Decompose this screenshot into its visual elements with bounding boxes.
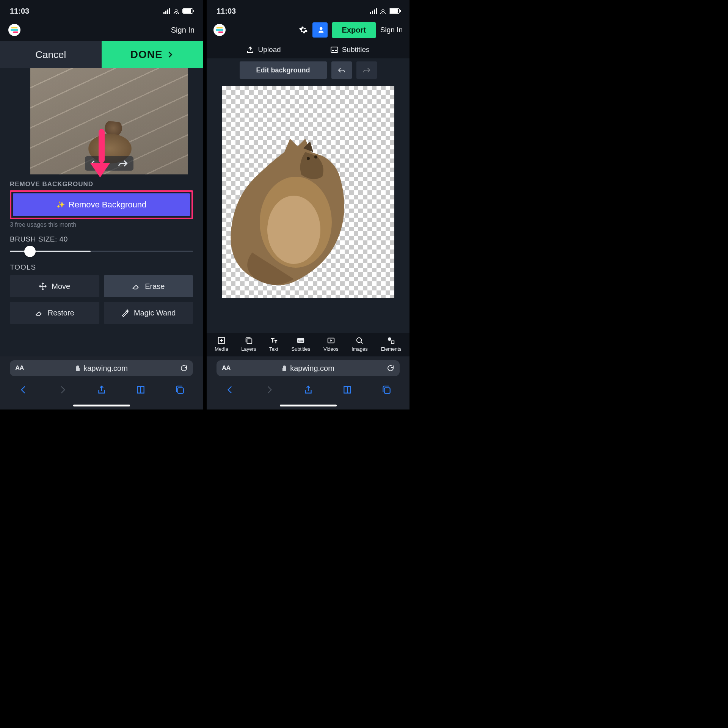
battery-icon xyxy=(182,8,193,14)
export-button[interactable]: Export xyxy=(332,22,376,38)
tab-media[interactable]: Media xyxy=(215,336,228,352)
text-size-button[interactable]: AA xyxy=(222,364,231,372)
upload-tab[interactable]: Upload xyxy=(246,46,281,54)
redo-button xyxy=(356,61,377,79)
svg-point-1 xyxy=(320,27,322,30)
remove-bg-heading: REMOVE BACKGROUND xyxy=(10,180,193,188)
text-icon xyxy=(270,336,278,345)
bookmarks-button[interactable] xyxy=(136,385,146,396)
subtitles-tab[interactable]: Subtitles xyxy=(331,46,370,54)
chevron-right-icon xyxy=(166,51,174,58)
tabs-button[interactable] xyxy=(381,385,391,396)
magic-wand-icon xyxy=(121,309,129,317)
safari-url-bar: AA kapwing.com xyxy=(0,356,203,380)
tab-layers[interactable]: Layers xyxy=(241,336,256,352)
forward-button xyxy=(264,385,274,396)
safari-toolbar xyxy=(0,380,203,401)
layers-icon xyxy=(245,336,253,345)
canvas-preview[interactable] xyxy=(222,86,394,298)
tab-elements[interactable]: Elements xyxy=(381,336,401,352)
url-domain: kapwing.com xyxy=(290,364,334,373)
url-field[interactable]: AA kapwing.com xyxy=(10,360,193,376)
refresh-icon[interactable] xyxy=(180,364,188,372)
tools-heading: TOOLS xyxy=(10,263,193,271)
elements-icon xyxy=(387,336,395,345)
add-person-button[interactable] xyxy=(312,22,328,38)
lock-icon xyxy=(75,365,80,371)
text-size-button[interactable]: AA xyxy=(15,364,24,372)
edit-background-button[interactable]: Edit background xyxy=(240,61,327,79)
sign-in-link[interactable]: Sign In xyxy=(380,26,403,34)
svg-point-13 xyxy=(388,337,391,341)
svg-point-5 xyxy=(307,157,310,160)
status-time: 11:03 xyxy=(217,7,236,16)
tool-restore-button[interactable]: Restore xyxy=(10,302,99,324)
done-button[interactable]: DONE xyxy=(102,41,203,68)
annotation-highlight: ✨ Remove Background xyxy=(10,190,193,219)
home-indicator xyxy=(0,401,203,410)
videos-icon xyxy=(327,336,335,345)
media-icon xyxy=(217,336,226,345)
svg-rect-8 xyxy=(247,339,252,344)
tab-images[interactable]: Images xyxy=(351,336,368,352)
url-domain: kapwing.com xyxy=(83,364,128,373)
subtitles-icon xyxy=(331,46,338,53)
tab-subtitles[interactable]: CCSubtitles xyxy=(291,336,310,352)
restore-icon xyxy=(35,309,43,317)
kapwing-logo-icon[interactable] xyxy=(213,24,226,36)
undo-icon xyxy=(337,67,346,74)
cat-cutout-icon xyxy=(229,135,366,287)
remove-bg-label: Remove Background xyxy=(69,200,146,210)
sparkle-icon: ✨ xyxy=(56,201,65,209)
tab-videos[interactable]: Videos xyxy=(323,336,339,352)
sign-in-link[interactable]: Sign In xyxy=(171,26,195,35)
upload-icon xyxy=(246,46,254,53)
svg-point-3 xyxy=(260,177,332,268)
svg-text:CC: CC xyxy=(298,339,303,343)
add-person-icon xyxy=(316,26,324,34)
cell-signal-icon xyxy=(370,8,377,14)
image-preview[interactable] xyxy=(30,68,188,174)
slider-thumb[interactable] xyxy=(24,246,36,257)
tool-erase-button[interactable]: Erase xyxy=(104,275,193,297)
phone-left: 11:03 Sign In Cancel DONE xyxy=(0,0,203,410)
phone-right: 11:03 Export Sign In Upload Subtitl xyxy=(207,0,410,410)
status-time: 11:03 xyxy=(10,7,29,16)
brush-size-label: BRUSH SIZE: 40 xyxy=(10,235,193,243)
svg-point-6 xyxy=(314,155,317,158)
app-header: Export Sign In xyxy=(207,19,410,41)
svg-point-4 xyxy=(267,196,320,264)
images-icon xyxy=(355,336,364,345)
safari-url-bar: AA kapwing.com xyxy=(207,356,410,380)
refresh-icon[interactable] xyxy=(387,364,394,372)
svg-rect-14 xyxy=(384,388,390,394)
tool-magic-wand-button[interactable]: Magic Wand xyxy=(104,302,193,324)
safari-toolbar xyxy=(207,380,410,401)
back-button[interactable] xyxy=(225,385,235,396)
url-field[interactable]: AA kapwing.com xyxy=(217,360,400,376)
bookmarks-button[interactable] xyxy=(342,385,352,396)
wifi-icon xyxy=(379,8,387,14)
wifi-icon xyxy=(173,8,180,14)
lock-icon xyxy=(282,365,287,371)
redo-icon xyxy=(362,67,371,74)
back-button[interactable] xyxy=(19,385,28,396)
status-bar: 11:03 xyxy=(207,0,410,19)
cell-signal-icon xyxy=(163,8,170,14)
usage-hint: 3 free usages this month xyxy=(10,221,193,228)
annotation-arrow-icon xyxy=(97,129,106,178)
settings-icon[interactable] xyxy=(299,25,308,35)
tab-text[interactable]: Text xyxy=(269,336,278,352)
share-button[interactable] xyxy=(303,385,313,396)
brush-size-slider[interactable] xyxy=(10,247,193,256)
cancel-button[interactable]: Cancel xyxy=(0,41,102,68)
home-indicator xyxy=(207,401,410,410)
tool-move-button[interactable]: Move xyxy=(10,275,99,297)
remove-background-button[interactable]: ✨ Remove Background xyxy=(13,193,190,216)
kapwing-logo-icon[interactable] xyxy=(8,24,20,36)
done-label: DONE xyxy=(130,49,163,61)
redo-icon[interactable] xyxy=(118,159,128,168)
undo-button[interactable] xyxy=(331,61,352,79)
share-button[interactable] xyxy=(97,385,107,396)
tabs-button[interactable] xyxy=(175,385,185,396)
